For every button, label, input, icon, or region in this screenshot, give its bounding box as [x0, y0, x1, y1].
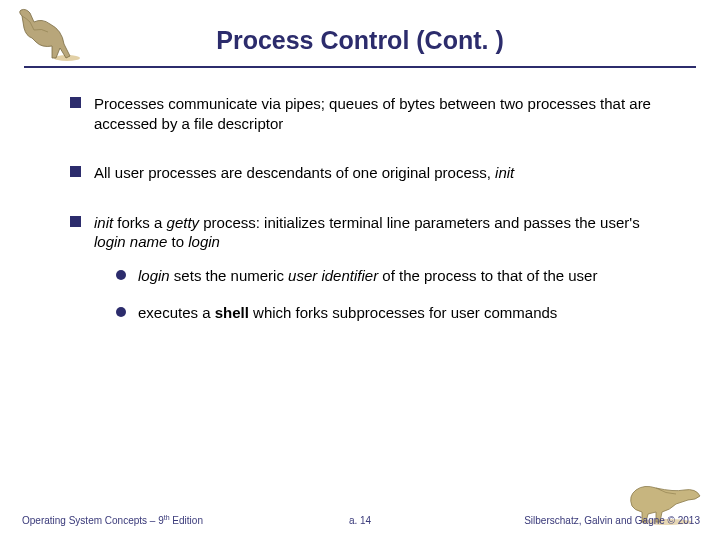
bullet-text: to — [167, 233, 188, 250]
slide: Process Control (Cont. ) Processes commu… — [0, 0, 720, 540]
bullet-text: All user processes are descendants of on… — [94, 164, 495, 181]
bullet-text: process: initializes terminal line param… — [199, 214, 640, 231]
bullet-text: executes a — [138, 304, 215, 321]
bullet-text: forks a — [113, 214, 166, 231]
init-term: init — [94, 214, 113, 231]
bullet-text: of the process to that of the user — [378, 267, 597, 284]
init-term: init — [495, 164, 514, 181]
bullet-pipes: Processes communicate via pipes; queues … — [70, 94, 672, 133]
slide-title: Process Control (Cont. ) — [0, 26, 720, 55]
bullet-init-forks-getty: init forks a getty process: initializes … — [70, 213, 672, 323]
user-identifier-term: user identifier — [288, 267, 378, 284]
bullet-text: which forks subprocesses for user comman… — [249, 304, 557, 321]
bullet-init-ancestor: All user processes are descendants of on… — [70, 163, 672, 183]
bullet-text: sets the numeric — [170, 267, 288, 284]
login-name-term: login name — [94, 233, 167, 250]
footer-copyright: Silberschatz, Galvin and Gagne © 2013 — [524, 515, 700, 526]
login-term: login — [138, 267, 170, 284]
sub-bullet-login-uid: login sets the numeric user identifier o… — [116, 266, 672, 286]
bullet-text: Processes communicate via pipes; queues … — [94, 95, 651, 132]
slide-content: Processes communicate via pipes; queues … — [70, 94, 672, 353]
shell-term: shell — [215, 304, 249, 321]
title-underline — [24, 66, 696, 68]
login-term: login — [188, 233, 220, 250]
getty-term: getty — [167, 214, 200, 231]
sub-bullet-group: login sets the numeric user identifier o… — [116, 266, 672, 323]
sub-bullet-shell: executes a shell which forks subprocesse… — [116, 303, 672, 323]
